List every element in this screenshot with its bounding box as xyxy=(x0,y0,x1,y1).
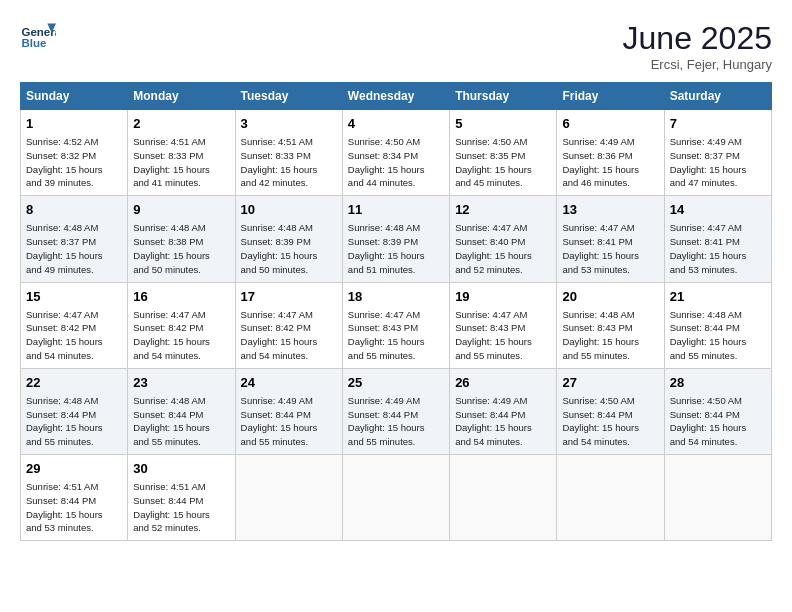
day-number: 4 xyxy=(348,115,444,133)
day-info: Sunrise: 4:48 AM Sunset: 8:39 PM Dayligh… xyxy=(348,221,444,276)
day-cell: 6Sunrise: 4:49 AM Sunset: 8:36 PM Daylig… xyxy=(557,110,664,196)
day-info: Sunrise: 4:49 AM Sunset: 8:36 PM Dayligh… xyxy=(562,135,658,190)
day-cell: 3Sunrise: 4:51 AM Sunset: 8:33 PM Daylig… xyxy=(235,110,342,196)
day-info: Sunrise: 4:51 AM Sunset: 8:44 PM Dayligh… xyxy=(26,480,122,535)
page-header: General Blue June 2025 Ercsi, Fejer, Hun… xyxy=(20,20,772,72)
day-cell: 20Sunrise: 4:48 AM Sunset: 8:43 PM Dayli… xyxy=(557,282,664,368)
day-number: 27 xyxy=(562,374,658,392)
header-sunday: Sunday xyxy=(21,83,128,110)
day-cell: 30Sunrise: 4:51 AM Sunset: 8:44 PM Dayli… xyxy=(128,455,235,541)
day-cell xyxy=(235,455,342,541)
day-info: Sunrise: 4:50 AM Sunset: 8:34 PM Dayligh… xyxy=(348,135,444,190)
day-info: Sunrise: 4:48 AM Sunset: 8:43 PM Dayligh… xyxy=(562,308,658,363)
day-info: Sunrise: 4:50 AM Sunset: 8:35 PM Dayligh… xyxy=(455,135,551,190)
day-number: 6 xyxy=(562,115,658,133)
day-cell: 2Sunrise: 4:51 AM Sunset: 8:33 PM Daylig… xyxy=(128,110,235,196)
week-row-2: 8Sunrise: 4:48 AM Sunset: 8:37 PM Daylig… xyxy=(21,196,772,282)
day-number: 1 xyxy=(26,115,122,133)
day-number: 18 xyxy=(348,288,444,306)
day-info: Sunrise: 4:51 AM Sunset: 8:33 PM Dayligh… xyxy=(133,135,229,190)
day-info: Sunrise: 4:48 AM Sunset: 8:44 PM Dayligh… xyxy=(670,308,766,363)
day-number: 2 xyxy=(133,115,229,133)
header-wednesday: Wednesday xyxy=(342,83,449,110)
day-info: Sunrise: 4:49 AM Sunset: 8:44 PM Dayligh… xyxy=(241,394,337,449)
day-cell: 22Sunrise: 4:48 AM Sunset: 8:44 PM Dayli… xyxy=(21,368,128,454)
day-info: Sunrise: 4:49 AM Sunset: 8:44 PM Dayligh… xyxy=(348,394,444,449)
day-number: 12 xyxy=(455,201,551,219)
week-row-4: 22Sunrise: 4:48 AM Sunset: 8:44 PM Dayli… xyxy=(21,368,772,454)
logo: General Blue xyxy=(20,20,60,56)
day-cell: 13Sunrise: 4:47 AM Sunset: 8:41 PM Dayli… xyxy=(557,196,664,282)
week-row-5: 29Sunrise: 4:51 AM Sunset: 8:44 PM Dayli… xyxy=(21,455,772,541)
day-info: Sunrise: 4:47 AM Sunset: 8:40 PM Dayligh… xyxy=(455,221,551,276)
day-info: Sunrise: 4:51 AM Sunset: 8:44 PM Dayligh… xyxy=(133,480,229,535)
day-cell: 4Sunrise: 4:50 AM Sunset: 8:34 PM Daylig… xyxy=(342,110,449,196)
day-cell: 5Sunrise: 4:50 AM Sunset: 8:35 PM Daylig… xyxy=(450,110,557,196)
day-cell: 7Sunrise: 4:49 AM Sunset: 8:37 PM Daylig… xyxy=(664,110,771,196)
day-number: 3 xyxy=(241,115,337,133)
day-cell: 16Sunrise: 4:47 AM Sunset: 8:42 PM Dayli… xyxy=(128,282,235,368)
day-cell: 28Sunrise: 4:50 AM Sunset: 8:44 PM Dayli… xyxy=(664,368,771,454)
day-number: 15 xyxy=(26,288,122,306)
day-number: 26 xyxy=(455,374,551,392)
week-row-1: 1Sunrise: 4:52 AM Sunset: 8:32 PM Daylig… xyxy=(21,110,772,196)
header-thursday: Thursday xyxy=(450,83,557,110)
day-number: 17 xyxy=(241,288,337,306)
day-info: Sunrise: 4:47 AM Sunset: 8:43 PM Dayligh… xyxy=(455,308,551,363)
day-number: 21 xyxy=(670,288,766,306)
day-info: Sunrise: 4:47 AM Sunset: 8:42 PM Dayligh… xyxy=(26,308,122,363)
day-cell: 8Sunrise: 4:48 AM Sunset: 8:37 PM Daylig… xyxy=(21,196,128,282)
day-cell: 14Sunrise: 4:47 AM Sunset: 8:41 PM Dayli… xyxy=(664,196,771,282)
calendar-table: Sunday Monday Tuesday Wednesday Thursday… xyxy=(20,82,772,541)
day-cell: 19Sunrise: 4:47 AM Sunset: 8:43 PM Dayli… xyxy=(450,282,557,368)
day-info: Sunrise: 4:47 AM Sunset: 8:42 PM Dayligh… xyxy=(133,308,229,363)
day-cell xyxy=(450,455,557,541)
day-cell xyxy=(557,455,664,541)
day-cell: 23Sunrise: 4:48 AM Sunset: 8:44 PM Dayli… xyxy=(128,368,235,454)
title-block: June 2025 Ercsi, Fejer, Hungary xyxy=(623,20,772,72)
day-cell: 1Sunrise: 4:52 AM Sunset: 8:32 PM Daylig… xyxy=(21,110,128,196)
day-number: 22 xyxy=(26,374,122,392)
day-cell: 9Sunrise: 4:48 AM Sunset: 8:38 PM Daylig… xyxy=(128,196,235,282)
day-info: Sunrise: 4:49 AM Sunset: 8:37 PM Dayligh… xyxy=(670,135,766,190)
day-number: 13 xyxy=(562,201,658,219)
location-subtitle: Ercsi, Fejer, Hungary xyxy=(623,57,772,72)
day-cell: 15Sunrise: 4:47 AM Sunset: 8:42 PM Dayli… xyxy=(21,282,128,368)
day-info: Sunrise: 4:47 AM Sunset: 8:41 PM Dayligh… xyxy=(670,221,766,276)
week-row-3: 15Sunrise: 4:47 AM Sunset: 8:42 PM Dayli… xyxy=(21,282,772,368)
day-cell xyxy=(664,455,771,541)
day-number: 20 xyxy=(562,288,658,306)
day-cell: 29Sunrise: 4:51 AM Sunset: 8:44 PM Dayli… xyxy=(21,455,128,541)
day-cell: 12Sunrise: 4:47 AM Sunset: 8:40 PM Dayli… xyxy=(450,196,557,282)
day-cell: 17Sunrise: 4:47 AM Sunset: 8:42 PM Dayli… xyxy=(235,282,342,368)
day-cell: 10Sunrise: 4:48 AM Sunset: 8:39 PM Dayli… xyxy=(235,196,342,282)
day-number: 8 xyxy=(26,201,122,219)
day-info: Sunrise: 4:48 AM Sunset: 8:44 PM Dayligh… xyxy=(26,394,122,449)
svg-text:Blue: Blue xyxy=(21,37,47,49)
day-number: 9 xyxy=(133,201,229,219)
day-info: Sunrise: 4:47 AM Sunset: 8:43 PM Dayligh… xyxy=(348,308,444,363)
day-info: Sunrise: 4:50 AM Sunset: 8:44 PM Dayligh… xyxy=(562,394,658,449)
weekday-header-row: Sunday Monday Tuesday Wednesday Thursday… xyxy=(21,83,772,110)
day-info: Sunrise: 4:49 AM Sunset: 8:44 PM Dayligh… xyxy=(455,394,551,449)
day-number: 10 xyxy=(241,201,337,219)
day-cell: 11Sunrise: 4:48 AM Sunset: 8:39 PM Dayli… xyxy=(342,196,449,282)
day-cell: 21Sunrise: 4:48 AM Sunset: 8:44 PM Dayli… xyxy=(664,282,771,368)
day-number: 24 xyxy=(241,374,337,392)
header-friday: Friday xyxy=(557,83,664,110)
day-info: Sunrise: 4:50 AM Sunset: 8:44 PM Dayligh… xyxy=(670,394,766,449)
day-cell xyxy=(342,455,449,541)
header-tuesday: Tuesday xyxy=(235,83,342,110)
day-cell: 24Sunrise: 4:49 AM Sunset: 8:44 PM Dayli… xyxy=(235,368,342,454)
day-number: 16 xyxy=(133,288,229,306)
day-cell: 26Sunrise: 4:49 AM Sunset: 8:44 PM Dayli… xyxy=(450,368,557,454)
day-info: Sunrise: 4:47 AM Sunset: 8:41 PM Dayligh… xyxy=(562,221,658,276)
day-info: Sunrise: 4:52 AM Sunset: 8:32 PM Dayligh… xyxy=(26,135,122,190)
day-info: Sunrise: 4:48 AM Sunset: 8:39 PM Dayligh… xyxy=(241,221,337,276)
day-number: 28 xyxy=(670,374,766,392)
day-info: Sunrise: 4:48 AM Sunset: 8:37 PM Dayligh… xyxy=(26,221,122,276)
header-saturday: Saturday xyxy=(664,83,771,110)
day-number: 23 xyxy=(133,374,229,392)
day-number: 7 xyxy=(670,115,766,133)
day-number: 30 xyxy=(133,460,229,478)
